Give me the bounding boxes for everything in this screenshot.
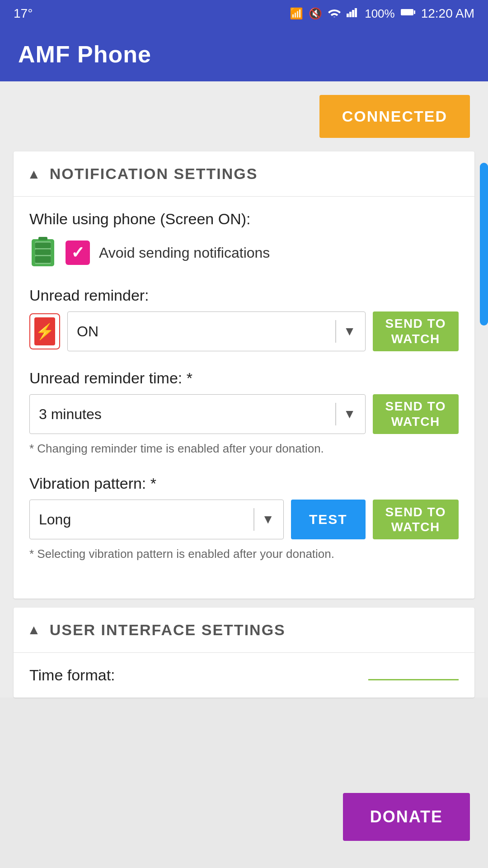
chevron-down-icon-3: ▼ (262, 512, 274, 527)
dropdown-divider (335, 320, 336, 343)
unread-reminder-time-value: 3 minutes (39, 406, 328, 423)
avoid-notifications-label: Avoid sending notifications (99, 245, 270, 261)
svg-rect-8 (35, 256, 51, 263)
vibration-pattern-label: Vibration pattern: * (29, 475, 459, 492)
mute-icon: 🔇 (309, 7, 322, 20)
ui-settings-title: USER INTERFACE SETTINGS (50, 621, 286, 639)
notification-settings-card: ▲ NOTIFICATION SETTINGS While using phon… (14, 151, 474, 599)
vibration-note: * Selecting vibration pattern is enabled… (29, 546, 459, 562)
svg-rect-2 (352, 10, 354, 17)
svg-rect-3 (355, 8, 357, 17)
unread-reminder-label: Unread reminder: (29, 287, 459, 304)
svg-rect-1 (349, 12, 352, 17)
unread-reminder-time-label: Unread reminder time: * (29, 369, 459, 387)
svg-rect-4 (401, 9, 413, 15)
battery-full-icon (29, 237, 56, 269)
unread-reminder-time-controls: 3 minutes ▼ SEND TOWATCH (29, 394, 459, 434)
unread-reminder-time-dropdown[interactable]: 3 minutes ▼ (29, 394, 366, 434)
vibration-pattern-dropdown[interactable]: Long ▼ (29, 500, 284, 539)
battery-percent: 100% (365, 7, 395, 21)
screen-on-row: Avoid sending notifications (29, 237, 459, 269)
connected-btn-wrap: CONNECTED (0, 81, 488, 142)
test-button[interactable]: TEST (291, 500, 366, 539)
notification-settings-title: NOTIFICATION SETTINGS (50, 165, 258, 183)
app-bar: AMF Phone (0, 27, 488, 81)
wifi-icon (328, 7, 341, 20)
send-to-watch-button-1[interactable]: SEND TOWATCH (373, 311, 459, 351)
time-format-label: Time format: (29, 666, 115, 684)
notification-settings-body: While using phone (Screen ON): Avoid sen… (14, 197, 474, 599)
send-to-watch-button-3[interactable]: SEND TOWATCH (373, 500, 459, 539)
screen-on-section: While using phone (Screen ON): Avoid sen… (29, 210, 459, 269)
connected-button[interactable]: CONNECTED (319, 95, 470, 138)
signal-icon (347, 7, 359, 20)
unread-reminder-section: Unread reminder: ⚡ ON ▼ SEN (29, 287, 459, 351)
time-format-row: Time format: (14, 653, 474, 698)
time-format-underline (368, 679, 459, 680)
unread-reminder-value: ON (77, 323, 328, 340)
ui-settings-header[interactable]: ▲ USER INTERFACE SETTINGS (14, 608, 474, 653)
vibration-pattern-value: Long (39, 511, 246, 528)
content-area: CONNECTED ▲ NOTIFICATION SETTINGS While … (0, 81, 488, 698)
charge-icon: ⚡ (29, 313, 60, 349)
bluetooth-icon: 📶 (290, 7, 303, 20)
send-to-watch-button-2[interactable]: SEND TOWATCH (373, 394, 459, 434)
reminder-time-note: * Changing reminder time is enabled afte… (29, 440, 459, 457)
unread-reminder-time-section: Unread reminder time: * 3 minutes ▼ SEND… (29, 369, 459, 457)
chevron-down-icon: ▼ (343, 324, 356, 339)
unread-reminder-dropdown[interactable]: ON ▼ (67, 311, 366, 351)
notification-settings-header[interactable]: ▲ NOTIFICATION SETTINGS (14, 151, 474, 197)
vibration-pattern-section: Vibration pattern: * Long ▼ TEST SEND TO… (29, 475, 459, 562)
avoid-notifications-checkbox[interactable] (66, 241, 90, 265)
ui-settings-card: ▲ USER INTERFACE SETTINGS Time format: (14, 608, 474, 698)
svg-rect-5 (414, 10, 415, 14)
unread-reminder-controls: ⚡ ON ▼ SEND TOWATCH (29, 311, 459, 351)
temperature: 17° (14, 6, 33, 21)
scrollbar[interactable] (480, 163, 488, 326)
dropdown-divider-3 (253, 508, 254, 531)
chevron-down-icon-2: ▼ (343, 407, 356, 421)
battery-icon (400, 7, 416, 20)
vibration-pattern-controls: Long ▼ TEST SEND TOWATCH (29, 500, 459, 539)
status-bar: 17° 📶 🔇 100% 12:20 AM (0, 0, 488, 27)
app-title: AMF Phone (18, 41, 151, 68)
bolt-icon: ⚡ (35, 322, 54, 340)
dropdown-divider-2 (335, 403, 336, 425)
svg-rect-10 (35, 243, 51, 249)
status-icons: 📶 🔇 100% 12:20 AM (290, 6, 474, 21)
chevron-up-icon: ▲ (27, 166, 41, 182)
svg-rect-11 (38, 237, 47, 241)
donate-button[interactable]: DONATE (343, 793, 470, 841)
svg-rect-9 (35, 250, 51, 255)
svg-rect-0 (347, 14, 349, 17)
screen-on-label: While using phone (Screen ON): (29, 210, 459, 228)
donate-btn-wrap: DONATE (343, 793, 470, 841)
time: 12:20 AM (421, 6, 474, 21)
chevron-up-icon-2: ▲ (27, 622, 41, 637)
